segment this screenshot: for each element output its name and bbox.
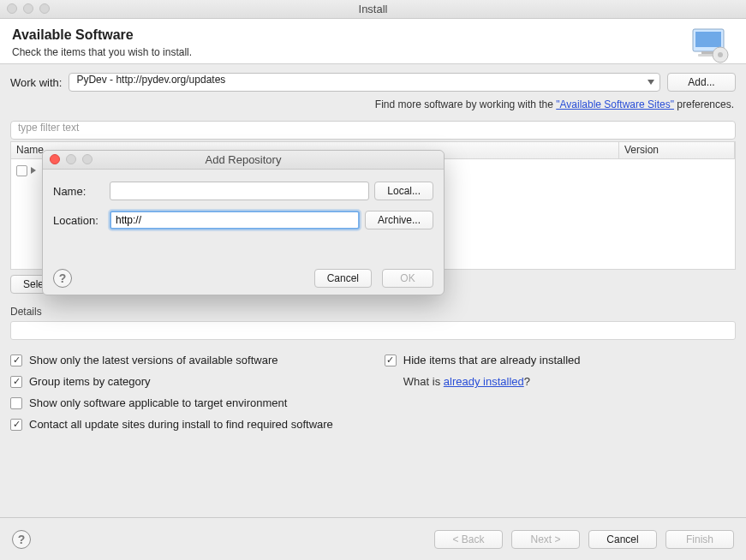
whatis-installed: What is already installed? [385, 375, 581, 388]
minimize-icon[interactable] [23, 3, 33, 14]
checkbox-icon [10, 376, 22, 388]
page-subtitle: Check the items that you wish to install… [12, 46, 734, 58]
wizard-footer: ? < Back Next > Cancel Finish [0, 517, 746, 560]
add-repository-dialog: Add Repository Name: Local... Location: … [42, 150, 445, 295]
opt-target-env[interactable]: Show only software applicable to target … [10, 396, 333, 409]
checkbox-icon [10, 419, 22, 431]
work-with-combo[interactable]: PyDev - http://pydev.org/updates [69, 73, 660, 92]
dialog-ok-button[interactable]: OK [382, 269, 433, 288]
location-field[interactable] [110, 211, 360, 229]
wizard-header: Available Software Check the items that … [0, 19, 746, 64]
next-button[interactable]: Next > [511, 530, 580, 549]
opt-group-by-category[interactable]: Group items by category [10, 375, 333, 388]
close-icon[interactable] [7, 3, 17, 14]
dialog-help-icon[interactable]: ? [53, 269, 72, 288]
page-title: Available Software [12, 27, 734, 43]
svg-point-5 [718, 52, 723, 57]
back-button[interactable]: < Back [434, 530, 503, 549]
checkbox-icon [385, 354, 397, 366]
opt-contact-sites[interactable]: Contact all update sites during install … [10, 418, 333, 431]
already-installed-link[interactable]: already installed [444, 375, 524, 388]
add-repository-button[interactable]: Add... [667, 73, 736, 92]
location-label: Location: [53, 214, 104, 227]
dialog-titlebar: Add Repository [43, 151, 444, 170]
work-with-label: Work with: [10, 76, 62, 89]
window-title: Install [359, 3, 388, 15]
software-sites-hint: Find more software by working with the "… [10, 98, 734, 110]
finish-button[interactable]: Finish [665, 530, 734, 549]
dialog-zoom-icon [82, 154, 93, 164]
filter-input[interactable]: type filter text [10, 121, 736, 140]
row-checkbox[interactable] [16, 165, 27, 176]
details-label: Details [10, 306, 736, 318]
local-button[interactable]: Local... [374, 182, 433, 200]
opt-hide-installed[interactable]: Hide items that are already installed [385, 354, 581, 366]
column-version[interactable]: Version [619, 142, 735, 158]
checkbox-icon [10, 397, 22, 409]
window-titlebar: Install [0, 0, 746, 19]
dialog-close-icon[interactable] [50, 154, 60, 164]
archive-button[interactable]: Archive... [365, 211, 433, 229]
details-box [10, 321, 736, 340]
work-with-value: PyDev - http://pydev.org/updates [76, 74, 225, 86]
cancel-button[interactable]: Cancel [588, 530, 657, 549]
available-software-sites-link[interactable]: "Available Software Sites" [556, 98, 674, 110]
name-field[interactable] [110, 182, 369, 200]
help-icon[interactable]: ? [12, 530, 31, 549]
checkbox-icon [10, 354, 22, 366]
svg-rect-1 [695, 32, 721, 47]
dialog-title: Add Repository [206, 153, 282, 166]
zoom-icon[interactable] [39, 3, 50, 14]
expand-icon[interactable] [31, 167, 36, 174]
opt-latest-versions[interactable]: Show only the latest versions of availab… [10, 354, 333, 366]
name-label: Name: [53, 185, 104, 198]
dialog-minimize-icon [66, 154, 76, 164]
install-icon [691, 26, 731, 65]
dialog-cancel-button[interactable]: Cancel [314, 269, 372, 288]
window-traffic-lights [7, 3, 50, 14]
